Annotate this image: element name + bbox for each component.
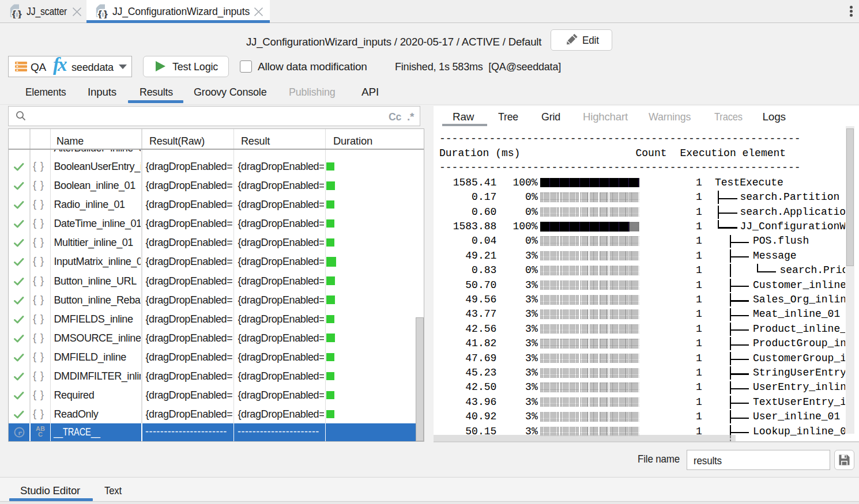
svg-text:fx: fx [53, 55, 67, 75]
svg-text:{}: {} [98, 9, 108, 19]
svg-text:{}: {} [12, 9, 22, 19]
